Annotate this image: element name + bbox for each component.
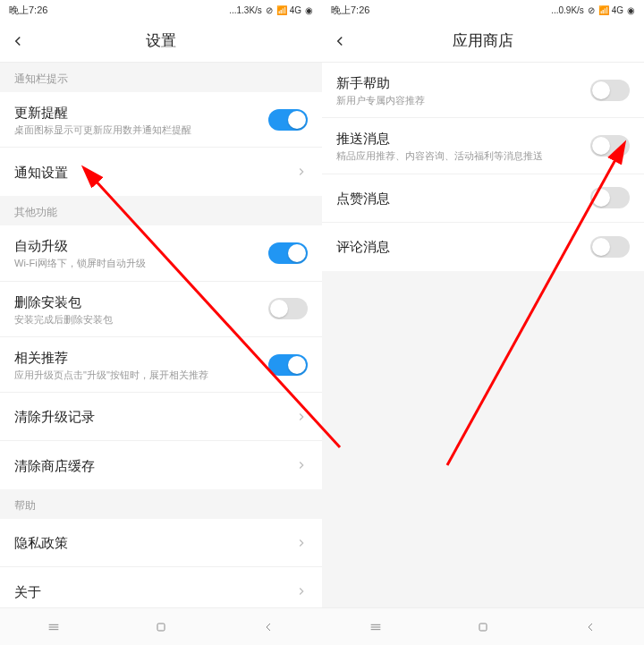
toggle[interactable] <box>268 242 308 264</box>
back-button[interactable] <box>0 20 36 63</box>
toggle[interactable] <box>590 187 630 208</box>
list-item[interactable]: 删除安装包安装完成后删除安装包 <box>0 282 322 337</box>
group-appstore: 新手帮助新用户专属内容推荐推送消息精品应用推荐、内容咨询、活动福利等消息推送点赞… <box>322 63 644 271</box>
list-item[interactable]: 相关推荐应用升级页点击"升级"按钮时，展开相关推荐 <box>0 337 322 393</box>
row-title: 自动升级 <box>14 236 268 255</box>
toggle[interactable] <box>268 298 308 319</box>
nav-recent[interactable] <box>358 614 394 641</box>
row-text: 推送消息精品应用推荐、内容咨询、活动福利等消息推送 <box>336 129 590 162</box>
nav-back[interactable] <box>572 614 608 641</box>
row-title: 推送消息 <box>336 129 590 148</box>
chevron-right-icon <box>295 411 308 423</box>
list-item[interactable]: 自动升级Wi-Fi网络下，锁屏时自动升级 <box>0 225 322 281</box>
navbar <box>322 607 644 645</box>
toggle[interactable] <box>268 354 308 376</box>
row-title: 清除升级记录 <box>14 407 295 426</box>
navbar <box>0 607 322 645</box>
row-text: 相关推荐应用升级页点击"升级"按钮时，展开相关推荐 <box>14 348 268 381</box>
status-time: 晚上7:26 <box>9 4 47 17</box>
right-screen: 晚上7:26 ...0.9K/s ⊘ 📶 4G ◉ 应用商店 新手帮助新用户专属… <box>322 0 644 645</box>
svg-rect-7 <box>479 624 487 631</box>
group-other: 自动升级Wi-Fi网络下，锁屏时自动升级删除安装包安装完成后删除安装包相关推荐应… <box>0 225 322 489</box>
toggle-knob <box>592 137 610 155</box>
row-title: 清除商店缓存 <box>14 456 295 475</box>
chevron-left-icon <box>261 620 275 634</box>
group-notify: 更新提醒桌面图标显示可更新应用数并通知栏提醒通知设置 <box>0 92 322 196</box>
row-text: 清除升级记录 <box>14 407 295 426</box>
row-subtitle: 应用升级页点击"升级"按钮时，展开相关推荐 <box>14 369 268 381</box>
row-title: 通知设置 <box>14 163 295 182</box>
row-title: 隐私政策 <box>14 533 295 552</box>
toggle-knob <box>288 244 306 262</box>
menu-icon <box>369 620 383 634</box>
row-title: 关于 <box>14 582 295 601</box>
row-title: 新手帮助 <box>336 73 590 92</box>
list-item[interactable]: 点赞消息 <box>322 174 644 223</box>
toggle[interactable] <box>590 135 630 157</box>
section-label-other: 其他功能 <box>0 196 322 225</box>
square-icon <box>154 620 168 634</box>
list-item[interactable]: 通知设置 <box>0 148 322 196</box>
section-label-notify: 通知栏提示 <box>0 63 322 92</box>
row-text: 关于 <box>14 582 295 601</box>
list-item[interactable]: 新手帮助新用户专属内容推荐 <box>322 63 644 118</box>
section-label-help: 帮助 <box>0 489 322 519</box>
toggle-knob <box>592 81 610 99</box>
row-subtitle: 桌面图标显示可更新应用数并通知栏提醒 <box>14 123 268 136</box>
status-bar: 晚上7:26 ...0.9K/s ⊘ 📶 4G ◉ <box>322 0 644 20</box>
chevron-right-icon <box>295 459 308 471</box>
row-subtitle: 精品应用推荐、内容咨询、活动福利等消息推送 <box>336 149 590 162</box>
nav-recent[interactable] <box>36 614 72 641</box>
row-text: 新手帮助新用户专属内容推荐 <box>336 73 590 106</box>
row-text: 更新提醒桌面图标显示可更新应用数并通知栏提醒 <box>14 103 268 136</box>
content: 新手帮助新用户专属内容推荐推送消息精品应用推荐、内容咨询、活动福利等消息推送点赞… <box>322 63 644 607</box>
left-screen: 晚上7:26 ...1.3K/s ⊘ 📶 4G ◉ 设置 通知栏提示 更新提醒桌… <box>0 0 322 645</box>
row-text: 点赞消息 <box>336 189 590 208</box>
chevron-left-icon <box>10 33 26 49</box>
content: 通知栏提示 更新提醒桌面图标显示可更新应用数并通知栏提醒通知设置 其他功能 自动… <box>0 63 322 607</box>
nav-back[interactable] <box>250 614 286 641</box>
chevron-left-icon <box>332 33 348 49</box>
nav-home[interactable] <box>143 614 179 641</box>
toggle-knob <box>288 111 306 129</box>
chevron-left-icon <box>583 620 597 634</box>
row-subtitle: 安装完成后删除安装包 <box>14 313 268 326</box>
status-time: 晚上7:26 <box>331 4 369 17</box>
list-item[interactable]: 清除升级记录 <box>0 393 322 441</box>
menu-icon <box>47 620 61 634</box>
list-item[interactable]: 评论消息 <box>322 223 644 271</box>
nav-home[interactable] <box>465 614 501 641</box>
page-title: 设置 <box>0 30 322 51</box>
toggle-knob <box>288 356 306 374</box>
svg-rect-3 <box>157 624 165 631</box>
status-right: ...0.9K/s ⊘ 📶 4G ◉ <box>551 5 635 15</box>
row-text: 清除商店缓存 <box>14 456 295 475</box>
list-item[interactable]: 隐私政策 <box>0 519 322 567</box>
list-item[interactable]: 清除商店缓存 <box>0 441 322 489</box>
group-help: 隐私政策关于 <box>0 519 322 607</box>
toggle-knob <box>592 189 610 207</box>
chevron-right-icon <box>295 537 308 549</box>
row-text: 隐私政策 <box>14 533 295 552</box>
toggle-knob <box>592 238 610 256</box>
row-title: 删除安装包 <box>14 293 268 311</box>
toggle[interactable] <box>590 80 630 101</box>
list-item[interactable]: 关于 <box>0 567 322 607</box>
page-title: 应用商店 <box>322 30 644 51</box>
row-text: 自动升级Wi-Fi网络下，锁屏时自动升级 <box>14 236 268 269</box>
row-title: 更新提醒 <box>14 103 268 122</box>
toggle[interactable] <box>590 236 630 258</box>
status-bar: 晚上7:26 ...1.3K/s ⊘ 📶 4G ◉ <box>0 0 322 20</box>
square-icon <box>476 620 490 634</box>
toggle[interactable] <box>268 109 308 131</box>
chevron-right-icon <box>295 165 308 178</box>
row-title: 评论消息 <box>336 237 590 256</box>
row-text: 删除安装包安装完成后删除安装包 <box>14 293 268 326</box>
list-item[interactable]: 更新提醒桌面图标显示可更新应用数并通知栏提醒 <box>0 92 322 148</box>
header: 设置 <box>0 20 322 63</box>
row-text: 评论消息 <box>336 237 590 256</box>
toggle-knob <box>270 300 288 318</box>
back-button[interactable] <box>322 20 358 63</box>
status-right: ...1.3K/s ⊘ 📶 4G ◉ <box>229 5 313 15</box>
list-item[interactable]: 推送消息精品应用推荐、内容咨询、活动福利等消息推送 <box>322 118 644 174</box>
